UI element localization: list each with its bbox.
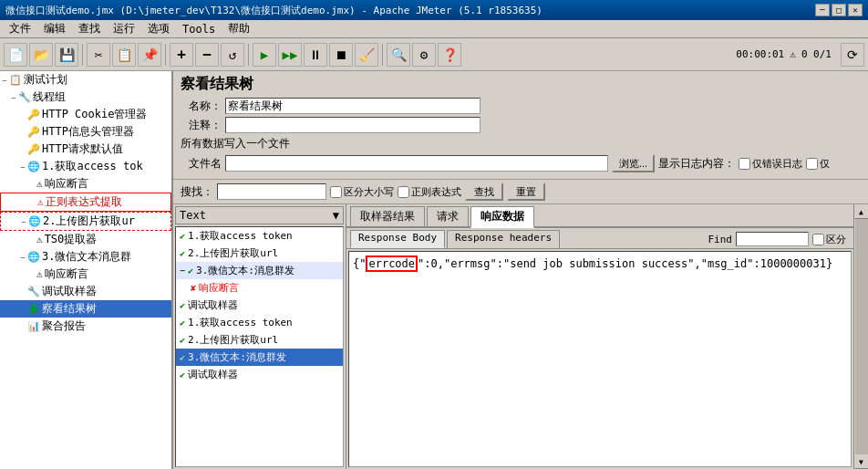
tree-node-assert1[interactable]: ⚠ 响应断言	[0, 175, 171, 193]
expand-debug	[18, 287, 27, 297]
counter-button[interactable]: ⟳	[841, 43, 864, 67]
browse-button[interactable]: 浏览...	[612, 154, 655, 172]
cut-button[interactable]: ✂	[87, 43, 110, 67]
tree-node-assert2[interactable]: ⚠ 响应断言	[0, 266, 171, 283]
settings-button[interactable]: ⚙	[412, 43, 436, 67]
close-button[interactable]: ✕	[848, 4, 863, 16]
result-label-debug: 调试取样器	[188, 298, 238, 312]
expand-view-result	[18, 305, 27, 314]
http-default-label: HTTP请求默认值	[42, 141, 123, 157]
tree-node-http-header[interactable]: 🔑 HTTP信息头管理器	[0, 123, 171, 141]
sub-tab-response-headers[interactable]: Response headers	[447, 230, 560, 248]
result-item-upload-img[interactable]: ✔ 2.上传图片获取url	[176, 245, 343, 262]
right-scrollbar: ▲ ▼	[853, 204, 868, 469]
assert2-icon: ⚠	[36, 268, 43, 280]
result-item-debug2[interactable]: ✔ 调试取样器	[176, 366, 343, 383]
result-item-wechat-text[interactable]: − ✔ 3.微信文本:消息群发	[176, 262, 343, 279]
clear-button[interactable]: 🧹	[355, 43, 378, 67]
search-btn-toolbar[interactable]: 🔍	[387, 43, 410, 67]
new-button[interactable]: 📄	[4, 43, 27, 67]
expand-thread-group[interactable]: −	[9, 93, 18, 102]
search-button[interactable]: 查找	[465, 182, 503, 201]
results-dropdown-label: Text	[180, 209, 206, 222]
tab-response-data[interactable]: 响应数据	[470, 206, 534, 228]
get-access-label: 1.获取access tok	[42, 159, 143, 174]
only-error-checkbox[interactable]: 仅错误日志	[739, 157, 802, 171]
menu-item-文件[interactable]: 文件	[4, 20, 36, 37]
paste-button[interactable]: 📌	[138, 43, 161, 67]
menu-item-查找[interactable]: 查找	[73, 20, 106, 37]
stop-all-button[interactable]: ⏹	[329, 43, 353, 67]
result-item-get-access[interactable]: ✔ 1.获取access token	[176, 227, 343, 245]
search-input[interactable]	[217, 183, 326, 200]
find-row: Find 区分	[705, 230, 851, 248]
menu-item-Tools[interactable]: Tools	[177, 22, 221, 36]
tree-node-http-default[interactable]: 🔑 HTTP请求默认值	[0, 141, 171, 158]
tree-node-wechat-text[interactable]: − 🌐 3.微信文本消息群	[0, 248, 171, 266]
expand-test-plan[interactable]: −	[0, 76, 9, 85]
run-button[interactable]: ▶	[253, 43, 276, 67]
scroll-down[interactable]: ▼	[854, 454, 869, 469]
comment-input[interactable]	[225, 117, 480, 133]
menu-item-运行[interactable]: 运行	[108, 20, 140, 37]
search-label: 搜找：	[181, 184, 213, 200]
tree-node-http-cookie[interactable]: 🔑 HTTP Cookie管理器	[0, 106, 171, 123]
result-item-debug[interactable]: ✔ 调试取样器	[176, 297, 343, 314]
open-button[interactable]: 📂	[29, 43, 53, 67]
title-bar: 微信接口测试demo.jmx (D:\jmeter_dev\T132\微信接口测…	[0, 0, 868, 20]
tree-node-debug[interactable]: 🔧 调试取样器	[0, 283, 171, 300]
menu-item-选项[interactable]: 选项	[142, 20, 175, 37]
tree-node-view-result[interactable]: 🌲 察看结果树	[0, 300, 171, 318]
expand-wechat-text[interactable]: −	[18, 253, 27, 262]
find-checkbox[interactable]: 区分	[812, 233, 846, 246]
only-success-checkbox[interactable]: 仅	[806, 157, 830, 171]
result-item-wechat-text2[interactable]: ✔ 3.微信文本:消息群发	[176, 349, 343, 366]
regex-checkbox[interactable]: 正则表达式	[398, 185, 461, 199]
http-header-icon: 🔑	[27, 126, 40, 138]
find-input[interactable]	[736, 232, 809, 246]
tree-node-ts0[interactable]: ⚠ TS0提取器	[0, 231, 171, 248]
expand-get-access[interactable]: −	[18, 162, 27, 172]
tab-request[interactable]: 请求	[427, 206, 469, 226]
reset-button[interactable]: 重置	[507, 182, 545, 201]
tree-node-aggregate[interactable]: 📊 聚合报告	[0, 318, 171, 335]
help-button[interactable]: ❓	[438, 43, 461, 67]
tab-sampler-result[interactable]: 取样器结果	[350, 206, 425, 226]
detail-panel: 取样器结果 请求 响应数据 Response Body Response	[346, 204, 853, 469]
copy-button[interactable]: 📋	[112, 43, 136, 67]
expand-http-cookie	[18, 110, 27, 120]
tree-node-regex[interactable]: ⚠ 正则表达式提取	[0, 193, 171, 212]
minimize-button[interactable]: ─	[815, 4, 830, 16]
filename-input[interactable]	[225, 155, 608, 172]
sub-tab-response-headers-label: Response headers	[455, 232, 552, 244]
debug-icon: 🔧	[27, 286, 40, 297]
refresh-button[interactable]: ↺	[221, 43, 244, 67]
menu-item-帮助[interactable]: 帮助	[222, 20, 255, 37]
name-input[interactable]	[225, 98, 480, 114]
status-icon-assert: ✘	[191, 283, 196, 293]
status-icon-get-access: ✔	[180, 231, 185, 241]
result-item-upload-img2[interactable]: ✔ 2.上传图片获取url	[176, 331, 343, 349]
menu-bar: 文件编辑查找运行选项Tools帮助	[0, 20, 868, 38]
tree-node-upload-img[interactable]: − 🌐 2.上传图片获取ur	[0, 212, 171, 231]
remove-button[interactable]: −	[195, 43, 219, 67]
maximize-button[interactable]: □	[832, 4, 846, 16]
menu-item-编辑[interactable]: 编辑	[38, 20, 71, 37]
tree-node-thread-group[interactable]: − 🔧 线程组	[0, 89, 171, 106]
expand-upload-img[interactable]: −	[19, 217, 28, 226]
stop-button[interactable]: ⏸	[304, 43, 327, 67]
save-button[interactable]: 💾	[55, 43, 78, 67]
status-icon-debug: ✔	[180, 300, 185, 310]
results-dropdown[interactable]: Text ▼	[175, 206, 344, 224]
status-icon-wechat-text2: ✔	[180, 352, 185, 362]
status-icon-upload-img: ✔	[180, 248, 185, 258]
tree-node-get-access[interactable]: − 🌐 1.获取access tok	[0, 158, 171, 175]
tree-node-test-plan[interactable]: − 📋 测试计划	[0, 71, 171, 89]
result-item-get-access2[interactable]: ✔ 1.获取access token	[176, 314, 343, 331]
run-all-button[interactable]: ▶▶	[278, 43, 302, 67]
scroll-up[interactable]: ▲	[854, 204, 869, 219]
sub-tab-response-body[interactable]: Response Body	[350, 230, 445, 248]
result-item-assert[interactable]: ✘ 响应断言	[176, 279, 343, 297]
add-button[interactable]: +	[170, 43, 193, 67]
case-sensitive-checkbox[interactable]: 区分大小写	[330, 185, 394, 199]
